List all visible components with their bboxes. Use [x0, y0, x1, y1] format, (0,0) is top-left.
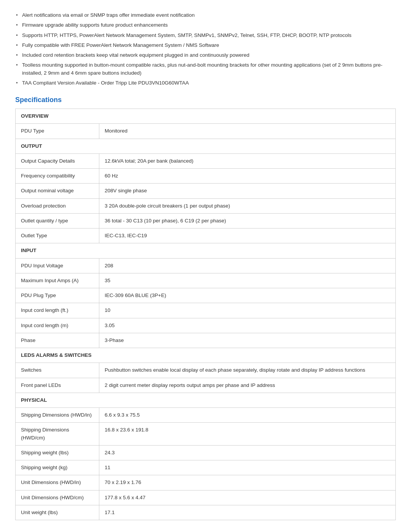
row-value: 12.6kVA total; 20A per bank (balanced) [99, 153, 396, 168]
table-row: Outlet TypeIEC-C13, IEC-C19 [16, 228, 396, 243]
table-row: PDU TypeMonitored [16, 124, 396, 139]
table-row: Unit Dimensions (HWD/cm)177.8 x 5.6 x 4.… [16, 490, 396, 505]
row-value: 60 Hz [99, 169, 396, 184]
row-value: 177.8 x 5.6 x 4.47 [99, 490, 396, 505]
row-label: Frequency compatibility [16, 169, 99, 184]
table-row: Overload protection3 20A double-pole cir… [16, 198, 396, 213]
specs-section-header: OVERVIEW [16, 109, 396, 124]
row-value: 36 total - 30 C13 (10 per phase), 6 C19 … [99, 213, 396, 228]
table-row: SwitchesPushbutton switches enable local… [16, 363, 396, 378]
row-label: Shipping Dimensions (HWD/cm) [16, 423, 99, 446]
table-row: Unit Dimensions (HWD/in)70 x 2.19 x 1.76 [16, 475, 396, 490]
bullet-item: Fully compatible with FREE PowerAlert Ne… [15, 42, 396, 49]
row-value: 35 [99, 273, 396, 288]
row-label: Unit Dimensions (HWD/in) [16, 475, 99, 490]
row-label: PDU Type [16, 124, 99, 139]
row-value: Monitored [99, 124, 396, 139]
row-value: 3 20A double-pole circuit breakers (1 pe… [99, 198, 396, 213]
table-row: Frequency compatibility60 Hz [16, 169, 396, 184]
row-label: Shipping weight (kg) [16, 460, 99, 475]
bullet-item: TAA Compliant Version Available - Order … [15, 79, 396, 87]
row-label: Outlet quantity / type [16, 213, 99, 228]
bullet-item: Supports HTTP, HTTPS, PowerAlert Network… [15, 32, 396, 39]
section-header-cell: OVERVIEW [16, 109, 396, 124]
row-value: 6.6 x 9.3 x 75.5 [99, 408, 396, 423]
specs-section-header: PHYSICAL [16, 393, 396, 407]
row-value: 3.05 [99, 318, 396, 333]
specs-section-header: OUTPUT [16, 139, 396, 153]
row-label: PDU Plug Type [16, 288, 99, 303]
row-value: 70 x 2.19 x 1.76 [99, 475, 396, 490]
section-header-cell: PHYSICAL [16, 393, 396, 407]
table-row: Maximum Input Amps (A)35 [16, 273, 396, 288]
row-label: Switches [16, 363, 99, 378]
row-label: Input cord length (ft.) [16, 303, 99, 318]
row-label: Input cord length (m) [16, 318, 99, 333]
table-row: Outlet quantity / type36 total - 30 C13 … [16, 213, 396, 228]
specs-section-header: INPUT [16, 243, 396, 258]
row-label: Overload protection [16, 198, 99, 213]
section-header-cell: OUTPUT [16, 139, 396, 153]
bullet-item: Alert notifications via email or SNMP tr… [15, 11, 396, 19]
row-value: 24.3 [99, 445, 396, 460]
table-row: Shipping Dimensions (HWD/in)6.6 x 9.3 x … [16, 408, 396, 423]
row-value: IEC-309 60A BLUE (3P+E) [99, 288, 396, 303]
row-label: Unit Dimensions (HWD/cm) [16, 490, 99, 505]
bullet-item: Included cord retention brackets keep vi… [15, 51, 396, 59]
row-label: Output nominal voltage [16, 184, 99, 198]
row-value: IEC-C13, IEC-C19 [99, 228, 396, 243]
table-row: Input cord length (ft.)10 [16, 303, 396, 318]
table-row: Input cord length (m)3.05 [16, 318, 396, 333]
table-row: PDU Plug TypeIEC-309 60A BLUE (3P+E) [16, 288, 396, 303]
table-row: Shipping Dimensions (HWD/cm)16.8 x 23.6 … [16, 423, 396, 446]
row-label: Unit weight (lbs) [16, 505, 99, 520]
row-value: 3-Phase [99, 333, 396, 348]
row-label: Output Capacity Details [16, 153, 99, 168]
specs-section-header: LEDS ALARMS & SWITCHES [16, 348, 396, 363]
row-label: Shipping Dimensions (HWD/in) [16, 408, 99, 423]
row-value: 208 [99, 258, 396, 273]
table-row: Phase3-Phase [16, 333, 396, 348]
row-label: Maximum Input Amps (A) [16, 273, 99, 288]
row-value: 17.1 [99, 505, 396, 520]
row-value: 10 [99, 303, 396, 318]
row-label: PDU Input Voltage [16, 258, 99, 273]
table-row: Output nominal voltage208V single phase [16, 184, 396, 198]
table-row: PDU Input Voltage208 [16, 258, 396, 273]
row-label: Front panel LEDs [16, 378, 99, 393]
specs-section-title: Specifications [15, 96, 396, 104]
bullet-item: Toolless mounting supported in button-mo… [15, 61, 396, 77]
row-value: 11 [99, 460, 396, 475]
table-row: Unit weight (lbs)17.1 [16, 505, 396, 520]
section-header-cell: INPUT [16, 243, 396, 258]
row-value: 16.8 x 23.6 x 191.8 [99, 423, 396, 446]
table-row: Shipping weight (kg)11 [16, 460, 396, 475]
specs-table: OVERVIEWPDU TypeMonitoredOUTPUTOutput Ca… [15, 109, 396, 520]
table-row: Shipping weight (lbs)24.3 [16, 445, 396, 460]
row-label: Phase [16, 333, 99, 348]
section-header-cell: LEDS ALARMS & SWITCHES [16, 348, 396, 363]
bullet-item: Firmware upgrade ability supports future… [15, 21, 396, 29]
feature-bullets: Alert notifications via email or SNMP tr… [15, 11, 396, 87]
row-value: 2 digit current meter display reports ou… [99, 378, 396, 393]
table-row: Front panel LEDs2 digit current meter di… [16, 378, 396, 393]
row-value: Pushbutton switches enable local display… [99, 363, 396, 378]
table-row: Output Capacity Details12.6kVA total; 20… [16, 153, 396, 168]
row-label: Outlet Type [16, 228, 99, 243]
row-label: Shipping weight (lbs) [16, 445, 99, 460]
row-value: 208V single phase [99, 184, 396, 198]
